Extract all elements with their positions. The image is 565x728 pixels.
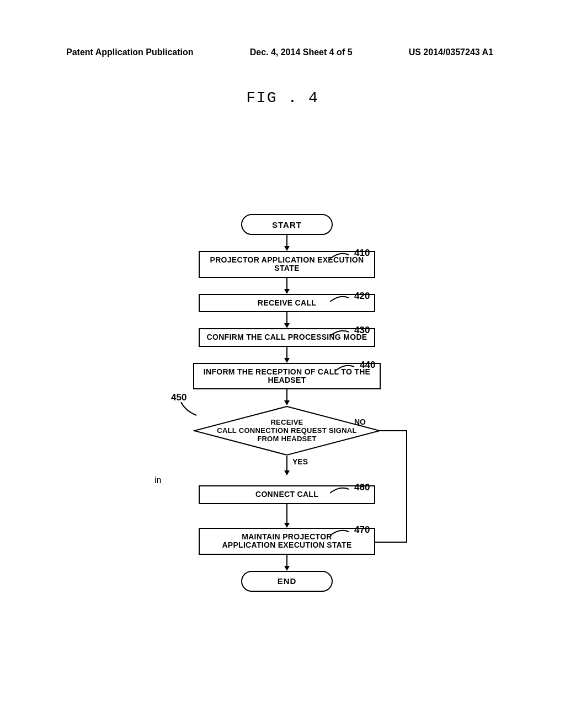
leader-line	[335, 364, 360, 378]
header-right: US 2014/0357243 A1	[409, 47, 493, 57]
ref-410: 410	[354, 248, 370, 259]
terminator-end: END	[241, 571, 333, 592]
ref-430: 430	[354, 325, 370, 336]
step470-line1: MAINTAIN PROJECTOR	[242, 532, 332, 541]
arrow	[154, 555, 419, 571]
arrow	[154, 312, 419, 328]
page-header: Patent Application Publication Dec. 4, 2…	[0, 0, 565, 57]
step450-line2: CALL CONNECTION REQUEST SIGNAL	[217, 427, 357, 435]
start-label: START	[272, 220, 302, 229]
ref-460: 460	[354, 482, 370, 493]
no-horizontal-1	[380, 430, 407, 431]
header-left: Patent Application Publication	[66, 47, 194, 57]
ref-440: 440	[360, 360, 375, 371]
end-label: END	[278, 576, 297, 586]
leader-line	[330, 329, 354, 344]
decision-text: RECEIVE CALL CONNECTION REQUEST SIGNAL F…	[193, 405, 381, 456]
ref-420: 420	[354, 291, 370, 302]
ref-470: 470	[354, 524, 370, 536]
step420-label: RECEIVE CALL	[258, 298, 316, 307]
step450-line1: RECEIVE	[270, 419, 303, 427]
terminator-start: START	[241, 214, 333, 235]
arrow	[154, 347, 419, 363]
branch-no: NO	[354, 417, 366, 426]
arrow	[154, 456, 419, 475]
leader-line	[330, 295, 354, 309]
header-center: Dec. 4, 2014 Sheet 4 of 5	[250, 47, 353, 57]
leader-line	[330, 529, 354, 543]
branch-yes: YES	[292, 457, 308, 466]
leader-line	[330, 486, 354, 501]
decision-450: RECEIVE CALL CONNECTION REQUEST SIGNAL F…	[193, 405, 381, 456]
flowchart: START PROJECTOR APPLICATION EXECUTION ST…	[154, 214, 419, 592]
arrow	[154, 235, 419, 251]
arrow	[154, 504, 419, 528]
ref-450: 450	[171, 392, 186, 403]
figure-label: FIG . 4	[0, 89, 565, 106]
step450-line3: FROM HEADSET	[257, 435, 317, 443]
leader-line	[330, 252, 354, 266]
arrow	[154, 278, 419, 294]
step460-label: CONNECT CALL	[255, 490, 318, 499]
